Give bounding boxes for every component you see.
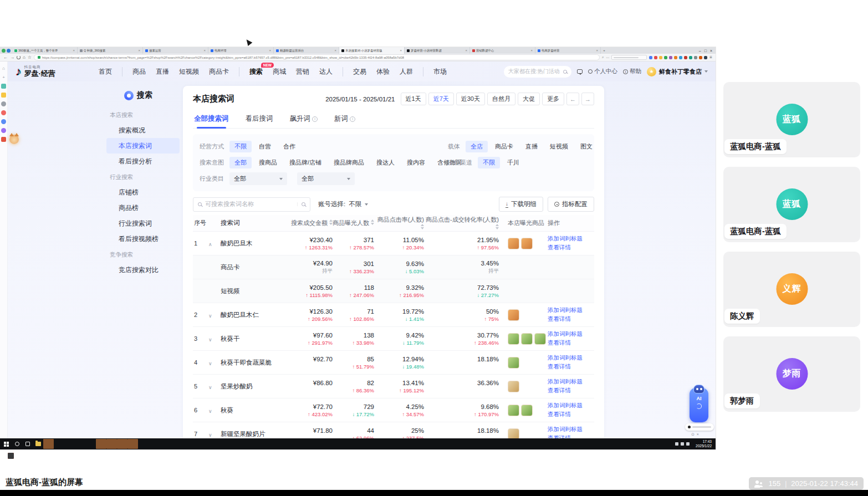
tab-close-icon[interactable]: × <box>334 49 336 52</box>
filter-chip[interactable]: 商品卡 <box>490 141 518 152</box>
taskbar-icon[interactable] <box>96 439 106 449</box>
range-button[interactable]: 大促 <box>518 93 540 105</box>
store-switcher[interactable]: ★ 鲜食补丁零食店 <box>647 67 708 76</box>
tab-close-icon[interactable]: × <box>269 49 271 52</box>
sidebar-item[interactable]: 竞店搜索对比 <box>106 262 180 278</box>
product-thumbnail[interactable] <box>508 309 519 321</box>
nav-item[interactable]: 体验 <box>376 67 390 76</box>
add-word-to-title-link[interactable]: 添加词到标题 <box>548 330 589 338</box>
account-select[interactable]: 账号选择: 不限 <box>318 200 368 208</box>
url-box[interactable]: https://compass.jinritemai.com/shop/sear… <box>34 54 600 60</box>
browser-tab[interactable]: 电商罗盘经营 × <box>535 47 601 54</box>
add-word-to-title-link[interactable]: 添加词到标题 <box>548 354 589 362</box>
filter-chip[interactable]: 千川 <box>502 157 524 168</box>
filter-chip[interactable]: 搜内容 <box>402 157 430 168</box>
nav-item[interactable]: 市场 <box>423 67 447 76</box>
extension-icon[interactable] <box>664 56 667 59</box>
tab-close-icon[interactable]: × <box>596 49 598 52</box>
extension-icon[interactable] <box>704 56 707 59</box>
range-button[interactable]: 近30天 <box>456 93 485 105</box>
product-thumbnail[interactable] <box>508 428 519 439</box>
side-strip-icon[interactable] <box>1 110 6 115</box>
expand-toggle[interactable] <box>208 334 221 344</box>
range-button[interactable]: 自然月 <box>487 93 515 105</box>
extension-icon[interactable] <box>659 56 662 59</box>
add-word-to-title-link[interactable]: 添加词到标题 <box>548 402 589 410</box>
col-header-cvr[interactable]: 商品点击-成交转化率(人数) <box>424 216 499 231</box>
nav-item[interactable]: 直播 <box>156 67 169 76</box>
taskbar-icon[interactable] <box>85 439 96 449</box>
next-period-button[interactable]: → <box>581 93 594 105</box>
taskbar-icon[interactable] <box>75 439 85 449</box>
ai-mini-controls[interactable]: ⊙× <box>691 432 701 437</box>
range-button[interactable]: 近1天 <box>401 93 426 105</box>
word-tab[interactable]: 新词 <box>333 112 356 128</box>
taskbar-icon[interactable] <box>64 439 75 449</box>
product-thumbnail[interactable] <box>508 381 519 392</box>
bookmark-star-icon[interactable]: ☆ <box>28 55 32 60</box>
side-strip-icon[interactable] <box>1 101 6 106</box>
tray-icon[interactable] <box>675 442 678 446</box>
col-header-gmv[interactable]: 搜索成交金额 <box>283 219 333 227</box>
taskbar-icon[interactable] <box>54 439 64 449</box>
extension-icon[interactable] <box>649 56 652 59</box>
word-tab[interactable]: 飙升词 <box>289 112 319 128</box>
product-thumbnail[interactable] <box>508 405 519 416</box>
participant-card[interactable]: 义辉 陈义辉 <box>723 252 860 327</box>
tray-icon[interactable] <box>681 442 684 446</box>
product-thumbnail[interactable] <box>508 238 519 249</box>
taskbar-clock[interactable]: 17:43 2025/1/22 <box>692 439 714 449</box>
address-notice-pill[interactable] <box>611 55 647 60</box>
tab-close-icon[interactable]: × <box>465 49 467 52</box>
side-strip-icon[interactable]: + <box>1 75 6 80</box>
search-in-page-icon[interactable]: ⌕ <box>602 55 604 59</box>
word-tab[interactable]: 全部搜索词 <box>193 112 230 128</box>
taskbar-icon[interactable] <box>22 439 33 449</box>
view-detail-link[interactable]: 查看详情 <box>548 244 589 252</box>
ai-assistant-pill[interactable] <box>685 423 714 431</box>
nav-item[interactable]: 短视频 <box>179 67 199 76</box>
browser-tab[interactable]: Q 秋葵_360搜索 × <box>78 47 143 54</box>
sidebar-item[interactable]: 行业搜索词 <box>106 216 180 231</box>
browser-tab[interactable]: 营销数据中心 × <box>470 47 535 54</box>
category-select-1[interactable]: 全部 <box>229 172 287 185</box>
browser-tab[interactable]: 本店搜索词-小店罗盘经营版 × <box>339 47 405 54</box>
expand-toggle[interactable] <box>208 405 221 415</box>
nav-item[interactable]: 人群 <box>400 67 413 76</box>
new-tab-button[interactable]: + <box>601 47 607 54</box>
tab-close-icon[interactable]: × <box>530 49 533 52</box>
side-strip-icon[interactable] <box>1 137 6 142</box>
taskbar-icon[interactable] <box>127 439 138 449</box>
more-options-icon[interactable]: ⋯ <box>606 55 609 59</box>
taskbar-icon[interactable] <box>1 439 12 449</box>
filter-chip[interactable]: 合作 <box>278 141 300 152</box>
browser-tab[interactable]: 搜索运营 × <box>143 47 208 54</box>
expand-toggle[interactable] <box>208 429 221 438</box>
view-detail-link[interactable]: 查看详情 <box>548 434 589 438</box>
tab-close-icon[interactable]: × <box>203 49 206 52</box>
browser-tab[interactable]: 精选联盟运营后台 × <box>274 47 339 54</box>
filter-chip[interactable]: 全店 <box>466 141 488 152</box>
participant-card[interactable]: 蓝狐 蓝狐电商-蓝狐 <box>723 167 860 242</box>
taskbar-icon[interactable] <box>33 439 43 449</box>
sidebar-item[interactable]: 搜索概况 <box>106 122 180 138</box>
expand-toggle[interactable] <box>208 310 221 320</box>
view-detail-link[interactable]: 查看详情 <box>548 363 589 371</box>
refresh-icon[interactable] <box>17 55 21 59</box>
ai-assistant-widget[interactable]: AI <box>690 388 708 422</box>
forward-icon[interactable]: → <box>10 55 14 60</box>
side-strip-icon[interactable]: ⌂ <box>1 66 6 71</box>
message-icon[interactable] <box>577 69 583 74</box>
sidebar-item[interactable]: 看后搜视频榜 <box>106 231 180 247</box>
nav-item[interactable]: 营销 <box>296 67 309 76</box>
extension-icon[interactable] <box>669 56 672 59</box>
extension-icon[interactable] <box>694 56 697 59</box>
expand-toggle[interactable] <box>208 238 221 248</box>
extension-icon[interactable] <box>654 56 657 59</box>
filter-chip[interactable]: 搜达人 <box>371 157 400 168</box>
tab-close-icon[interactable]: × <box>138 49 140 52</box>
product-thumbnail[interactable] <box>534 333 546 345</box>
product-thumbnail[interactable] <box>508 333 519 345</box>
taskbar-icon[interactable] <box>117 439 127 449</box>
home-icon[interactable]: ⌂ <box>23 55 25 60</box>
